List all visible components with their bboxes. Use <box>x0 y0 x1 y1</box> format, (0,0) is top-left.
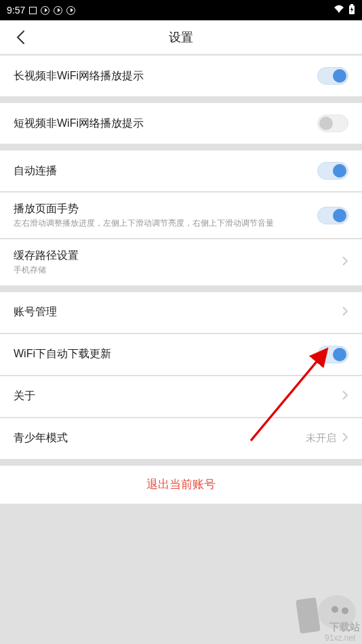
row-wifi-auto-download[interactable]: WiFi下自动下载更新 <box>0 334 362 375</box>
row-title: WiFi下自动下载更新 <box>14 347 317 361</box>
svg-point-6 <box>331 606 338 613</box>
row-title: 账号管理 <box>14 305 342 319</box>
row-value: 未开启 <box>306 432 336 445</box>
svg-rect-1 <box>350 4 353 5</box>
row-title: 短视频非WiFi网络播放提示 <box>14 117 317 131</box>
row-about[interactable]: 关于 <box>0 376 362 417</box>
status-bar: 9:57 <box>0 0 362 20</box>
row-auto-play[interactable]: 自动连播 <box>0 150 362 191</box>
row-title: 长视频非WiFi网络播放提示 <box>14 69 317 83</box>
svg-point-5 <box>318 595 356 629</box>
row-cache-path[interactable]: 缓存路径设置 手机存储 <box>0 239 362 285</box>
toggle-auto-play[interactable] <box>317 162 348 180</box>
header: 设置 <box>0 20 362 54</box>
chevron-left-icon <box>16 30 25 45</box>
chevron-right-icon <box>342 256 348 269</box>
row-long-video-wifi[interactable]: 长视频非WiFi网络播放提示 <box>0 56 362 96</box>
clock-icon <box>66 6 75 15</box>
svg-rect-4 <box>296 597 321 634</box>
chevron-right-icon <box>342 390 348 403</box>
watermark: 下载站 91xz.net <box>294 593 362 644</box>
toggle-short-video-wifi[interactable] <box>317 115 348 132</box>
battery-icon <box>348 4 355 17</box>
back-button[interactable] <box>10 27 31 47</box>
row-subtitle: 左右滑动调整播放进度，左侧上下滑动调节亮度，右侧上下滑动调节音量 <box>14 218 317 229</box>
row-gesture[interactable]: 播放页面手势 左右滑动调整播放进度，左侧上下滑动调节亮度，右侧上下滑动调节音量 <box>0 193 362 238</box>
clock-icon <box>41 6 49 15</box>
row-teen-mode[interactable]: 青少年模式 未开启 <box>0 418 362 459</box>
svg-text:91xz.net: 91xz.net <box>325 633 356 643</box>
clock-icon <box>54 6 62 15</box>
toggle-long-video-wifi[interactable] <box>317 67 348 85</box>
content: 长视频非WiFi网络播放提示 短视频非WiFi网络播放提示 自动连播 播放页面手… <box>0 54 362 504</box>
row-title: 缓存路径设置 <box>14 249 342 263</box>
row-account-manage[interactable]: 账号管理 <box>0 292 362 333</box>
row-title: 自动连播 <box>14 164 317 178</box>
toggle-gesture[interactable] <box>317 207 348 224</box>
status-time: 9:57 <box>7 5 25 16</box>
logout-label: 退出当前账号 <box>146 477 216 492</box>
square-icon <box>29 7 37 14</box>
row-title: 关于 <box>14 389 342 403</box>
toggle-wifi-auto-download[interactable] <box>317 346 348 363</box>
chevron-right-icon <box>342 306 348 319</box>
svg-text:下载站: 下载站 <box>329 621 360 632</box>
row-title: 青少年模式 <box>14 431 306 445</box>
page-title: 设置 <box>0 29 362 45</box>
wifi-icon <box>334 5 344 16</box>
row-subtitle: 手机存储 <box>14 265 342 276</box>
row-short-video-wifi[interactable]: 短视频非WiFi网络播放提示 <box>0 103 362 144</box>
svg-point-7 <box>342 607 348 614</box>
logout-button[interactable]: 退出当前账号 <box>0 466 362 504</box>
chevron-right-icon <box>342 432 348 445</box>
row-title: 播放页面手势 <box>14 202 317 216</box>
